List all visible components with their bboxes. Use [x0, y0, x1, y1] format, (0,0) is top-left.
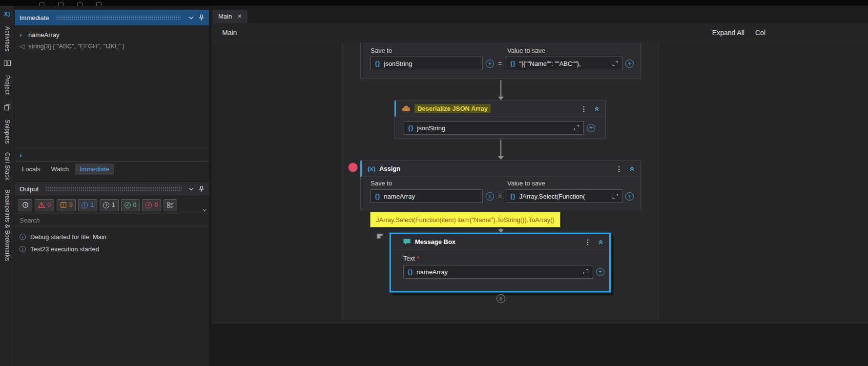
timestamps-toggle-button[interactable]	[19, 199, 32, 211]
warnings-filter-button[interactable]: 0	[57, 199, 76, 211]
flow-arrow	[497, 140, 504, 160]
output-search-input[interactable]	[15, 214, 209, 226]
toolbar-overflow-chevron-icon[interactable]	[202, 209, 207, 212]
plus-button[interactable]: +	[596, 268, 604, 276]
plus-button[interactable]: +	[486, 192, 494, 201]
watch-item-result[interactable]: ◁ string[3] { "ABC", "EFGH", "IJKL" }	[15, 41, 209, 52]
success-filter-button[interactable]: ✓ 0	[121, 199, 140, 211]
log-entry[interactable]: i Debug started for file: Main	[20, 233, 204, 241]
project-icon[interactable]	[3, 60, 11, 66]
debug-panel-stack: Immediate › nameArray ◁ string[3] { "ABC…	[15, 10, 209, 366]
activity-assign-top[interactable]: Save to Value to save {} jsonString + = …	[360, 42, 641, 79]
collapse-icon[interactable]	[598, 239, 603, 244]
sidebar-item-breakpoints-bookmarks[interactable]: Breakpoints & Bookmarks	[4, 189, 11, 261]
workflow-canvas[interactable]: Save to Value to save {} jsonString + = …	[211, 42, 868, 366]
activity-message-box[interactable]: Message Box ⋮ Text * {} nameArray	[390, 233, 611, 292]
expand-chevron-icon[interactable]: ›	[20, 31, 25, 39]
kebab-menu-icon[interactable]: ⋮	[616, 165, 622, 173]
panel-drag-grip[interactable]	[45, 186, 182, 191]
value-field[interactable]: {} JArray.Select(Function(	[506, 189, 622, 203]
output-panel-title: Output	[20, 185, 39, 193]
trace-filter-button[interactable]: i 1	[100, 199, 119, 211]
tab-immediate[interactable]: Immediate	[75, 163, 114, 175]
designer-breadcrumb-bar: Main Expand All Col	[211, 23, 868, 42]
field-text: nameArray	[416, 268, 579, 276]
panel-divider	[15, 176, 209, 182]
field-text: nameArray	[384, 193, 478, 200]
warning-count: 0	[69, 202, 73, 208]
sidebar-item-snippets[interactable]: Snippets	[4, 120, 11, 144]
sidebar-item-activities[interactable]: Activities	[4, 26, 11, 51]
breadcrumb[interactable]: Main	[222, 29, 237, 37]
equals-sign: =	[497, 60, 503, 67]
xaml-file-icon[interactable]: X⟩	[4, 11, 10, 18]
trace-count: 1	[112, 202, 115, 208]
activity-header[interactable]: (x) Assign ⋮	[361, 161, 641, 177]
expand-editor-icon[interactable]	[612, 61, 618, 66]
pin-icon[interactable]	[199, 185, 204, 192]
text-field[interactable]: {} nameArray	[403, 265, 593, 279]
breakpoint-indicator[interactable]	[348, 163, 358, 172]
close-icon[interactable]: ✕	[237, 13, 242, 20]
debug-tab-bar: Locals Watch Immediate	[15, 161, 209, 176]
expand-editor-icon[interactable]	[574, 125, 579, 131]
plus-button[interactable]: +	[625, 192, 634, 201]
immediate-watch-list: › nameArray ◁ string[3] { "ABC", "EFGH",…	[15, 25, 209, 148]
save-to-field[interactable]: {} nameArray	[371, 189, 483, 203]
success-check-icon: ✓	[124, 202, 131, 208]
document-tabstrip: Main ✕	[211, 6, 868, 23]
tab-locals[interactable]: Locals	[18, 163, 45, 175]
save-to-field[interactable]: {} jsonString	[371, 57, 483, 70]
verified-filter-button[interactable]: ✓ 0	[142, 199, 161, 211]
view-options-button[interactable]	[164, 199, 177, 211]
plus-button[interactable]: +	[486, 60, 494, 68]
activity-deserialize-json-array[interactable]: Deserialize JSON Array ⋮ {} jsonString	[394, 101, 606, 139]
panel-drag-grip[interactable]	[56, 15, 182, 20]
expand-editor-icon[interactable]	[583, 269, 589, 275]
field-text: jsonString	[384, 60, 478, 67]
expand-editor-icon[interactable]	[612, 193, 618, 199]
titlebar-icon	[77, 2, 83, 6]
text-parameter-label: Text *	[391, 250, 609, 265]
chevron-down-icon[interactable]	[188, 16, 194, 20]
value-field[interactable]: {} "[{""Name"": ""ABC""},	[506, 57, 622, 70]
log-entry[interactable]: i Test23 execution started	[20, 245, 204, 253]
errors-filter-button[interactable]: 0	[35, 199, 54, 211]
immediate-input-row[interactable]: ›	[15, 148, 209, 161]
tab-label: Main	[218, 13, 232, 20]
designer-area: Main ✕ Main Expand All Col Save to Value…	[211, 6, 868, 366]
activity-title: Deserialize JSON Array	[414, 104, 491, 113]
snippets-icon[interactable]	[4, 104, 11, 111]
tab-watch[interactable]: Watch	[47, 163, 73, 175]
tab-main[interactable]: Main ✕	[212, 10, 248, 23]
collapse-all-button[interactable]: Col	[755, 29, 765, 37]
plus-button[interactable]: +	[587, 124, 595, 132]
activity-header[interactable]: Message Box ⋮	[391, 234, 609, 250]
sidebar-item-project[interactable]: Project	[4, 75, 11, 95]
immediate-panel-header[interactable]: Immediate	[15, 10, 209, 25]
success-count: 0	[133, 202, 137, 208]
flow-arrow	[497, 228, 504, 233]
collapse-icon[interactable]	[594, 106, 599, 111]
kebab-menu-icon[interactable]: ⋮	[580, 105, 587, 113]
watch-item[interactable]: › nameArray	[15, 29, 209, 41]
pin-icon[interactable]	[199, 14, 204, 21]
chevron-down-icon[interactable]	[188, 187, 194, 191]
plus-button[interactable]: +	[625, 60, 634, 68]
error-count: 0	[47, 202, 51, 208]
collapse-icon[interactable]	[629, 166, 635, 171]
canvas-bottom-strip	[211, 323, 868, 366]
kebab-menu-icon[interactable]: ⋮	[584, 238, 591, 246]
sidebar-item-call-stack[interactable]: Call Stack	[4, 152, 11, 181]
activity-assign[interactable]: (x) Assign ⋮ Save to Value to save {	[360, 161, 641, 210]
field-text: jsonString	[417, 124, 570, 132]
flow-arrow	[497, 80, 504, 100]
expand-all-button[interactable]: Expand All	[712, 29, 744, 37]
output-panel-header[interactable]: Output	[15, 182, 209, 196]
message-box-icon	[403, 238, 411, 245]
activity-header[interactable]: Deserialize JSON Array ⋮	[395, 101, 605, 117]
text-label: Text	[403, 255, 415, 262]
info-filter-button[interactable]: i 1	[78, 199, 97, 211]
add-activity-button[interactable]: +	[496, 294, 505, 303]
json-string-field[interactable]: {} jsonString	[404, 121, 584, 135]
